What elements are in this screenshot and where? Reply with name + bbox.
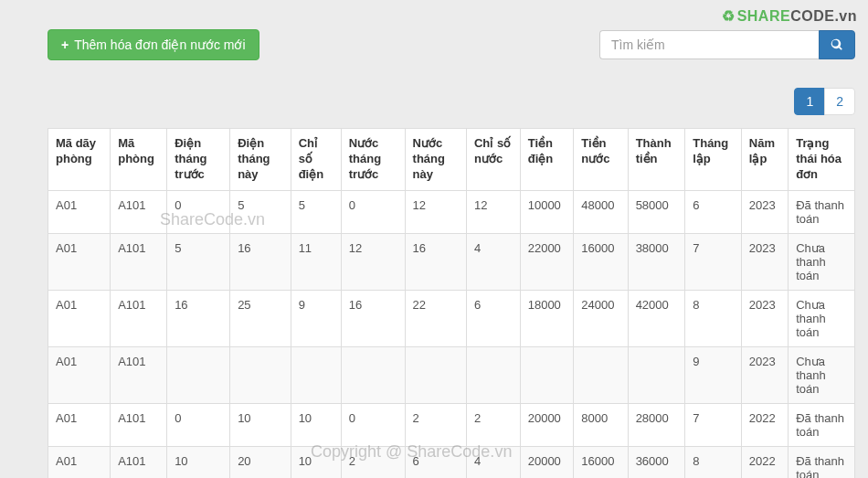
table-cell: 20000 bbox=[520, 446, 574, 478]
table-row: A01A10192023Chưa thanh toán bbox=[48, 346, 855, 403]
table-cell: 24000 bbox=[574, 290, 628, 346]
table-cell: 2022 bbox=[741, 446, 788, 478]
table-cell: 25 bbox=[230, 290, 291, 346]
table-cell: 16000 bbox=[574, 233, 628, 290]
table-cell: 28000 bbox=[628, 403, 685, 446]
col-header: Năm lập bbox=[741, 129, 788, 191]
table-cell: 10 bbox=[167, 446, 230, 478]
table-cell: 18000 bbox=[520, 290, 574, 346]
table-cell: A01 bbox=[48, 190, 111, 233]
table-cell: A01 bbox=[48, 346, 111, 403]
table-cell: 5 bbox=[291, 190, 341, 233]
table-row: A01A101162591622618000240004200082023Chư… bbox=[48, 290, 855, 346]
page-2[interactable]: 2 bbox=[824, 88, 855, 115]
table-cell bbox=[466, 346, 520, 403]
table-cell: 2 bbox=[341, 446, 405, 478]
table-cell: 2022 bbox=[741, 403, 788, 446]
table-cell: 0 bbox=[341, 403, 405, 446]
table-row: A01A10110201026420000160003600082022Đã t… bbox=[48, 446, 855, 478]
table-cell: 2023 bbox=[741, 190, 788, 233]
table-cell: 2 bbox=[405, 403, 466, 446]
plus-icon: + bbox=[61, 37, 69, 52]
col-header: Tiền nước bbox=[574, 129, 628, 191]
table-row: A01A101516111216422000160003800072023Chư… bbox=[48, 233, 855, 290]
table-cell: 2023 bbox=[741, 346, 788, 403]
table-cell: A01 bbox=[48, 446, 111, 478]
table-cell: A01 bbox=[48, 290, 111, 346]
col-header: Mã phòng bbox=[111, 129, 167, 191]
table-cell: 16 bbox=[167, 290, 230, 346]
col-header: Nước tháng này bbox=[405, 129, 466, 191]
table-cell: 2023 bbox=[741, 290, 788, 346]
table-cell: 12 bbox=[405, 190, 466, 233]
table-cell: 16 bbox=[341, 290, 405, 346]
page-1[interactable]: 1 bbox=[794, 88, 825, 115]
table-cell: 16 bbox=[230, 233, 291, 290]
table-cell: 38000 bbox=[628, 233, 685, 290]
pagination: 12 bbox=[0, 60, 868, 128]
table-cell bbox=[291, 346, 341, 403]
table-cell: 22000 bbox=[520, 233, 574, 290]
table-cell: 5 bbox=[167, 233, 230, 290]
table-cell: 36000 bbox=[628, 446, 685, 478]
brand-logo: ♻SHARECODE.vn bbox=[722, 7, 857, 25]
recycle-icon: ♻ bbox=[722, 8, 736, 24]
table-cell: 5 bbox=[230, 190, 291, 233]
table-cell: A101 bbox=[111, 346, 167, 403]
table-cell bbox=[405, 346, 466, 403]
col-header: Trạng thái hóa đơn bbox=[789, 129, 855, 191]
table-cell: 0 bbox=[167, 190, 230, 233]
table-cell: Đã thanh toán bbox=[789, 403, 855, 446]
table-cell: Chưa thanh toán bbox=[789, 346, 855, 403]
col-header: Tháng lập bbox=[685, 129, 742, 191]
table-cell: 20000 bbox=[520, 403, 574, 446]
table-cell bbox=[230, 346, 291, 403]
table-cell: 0 bbox=[167, 403, 230, 446]
col-header: Điện tháng trước bbox=[167, 129, 230, 191]
table-cell: 7 bbox=[685, 233, 742, 290]
table-cell: 4 bbox=[466, 233, 520, 290]
table-cell: Đã thanh toán bbox=[789, 190, 855, 233]
col-header: Thành tiền bbox=[628, 129, 685, 191]
table-cell: 10 bbox=[291, 446, 341, 478]
table-cell: 8 bbox=[685, 290, 742, 346]
table-cell: 6 bbox=[405, 446, 466, 478]
col-header: Chỉ số điện bbox=[291, 129, 341, 191]
col-header: Điện tháng này bbox=[230, 129, 291, 191]
col-header: Nước tháng trước bbox=[341, 129, 405, 191]
table-cell: 10 bbox=[230, 403, 291, 446]
table-cell: 8000 bbox=[574, 403, 628, 446]
table-row: A01A1010550121210000480005800062023Đã th… bbox=[48, 190, 855, 233]
table-cell: 16 bbox=[405, 233, 466, 290]
search-button[interactable] bbox=[819, 30, 855, 59]
table-cell: A101 bbox=[111, 233, 167, 290]
logo-word2: CODE bbox=[790, 8, 834, 24]
table-cell: 7 bbox=[685, 403, 742, 446]
col-header: Tiền điện bbox=[520, 129, 574, 191]
table-cell bbox=[520, 346, 574, 403]
table-cell: Đã thanh toán bbox=[789, 446, 855, 478]
table-cell: A101 bbox=[111, 446, 167, 478]
table-cell: 0 bbox=[341, 190, 405, 233]
table-cell: A01 bbox=[48, 233, 111, 290]
table-cell: 10 bbox=[291, 403, 341, 446]
logo-suffix: .vn bbox=[834, 8, 857, 24]
add-invoice-button[interactable]: + Thêm hóa đơn điện nước mới bbox=[48, 29, 259, 60]
table-cell: 6 bbox=[685, 190, 742, 233]
table-cell: 42000 bbox=[628, 290, 685, 346]
table-cell: A101 bbox=[111, 403, 167, 446]
invoice-table: Mã dãy phòngMã phòngĐiện tháng trướcĐiện… bbox=[48, 128, 855, 478]
table-cell bbox=[167, 346, 230, 403]
table-cell: Chưa thanh toán bbox=[789, 290, 855, 346]
col-header: Chỉ số nước bbox=[466, 129, 520, 191]
table-cell: 22 bbox=[405, 290, 466, 346]
search-icon bbox=[831, 38, 843, 51]
table-cell: 2 bbox=[466, 403, 520, 446]
table-cell: 48000 bbox=[574, 190, 628, 233]
table-cell: 16000 bbox=[574, 446, 628, 478]
search-input[interactable] bbox=[599, 30, 819, 59]
table-cell: 11 bbox=[291, 233, 341, 290]
table-cell: A101 bbox=[111, 190, 167, 233]
table-cell: 4 bbox=[466, 446, 520, 478]
table-cell: A01 bbox=[48, 403, 111, 446]
